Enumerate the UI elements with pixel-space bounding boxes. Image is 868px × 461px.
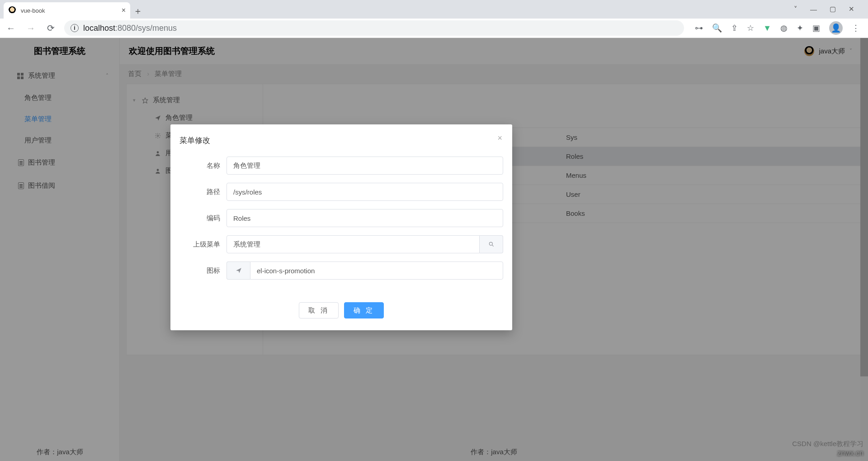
label-code: 编码 [179,214,226,223]
globe-icon[interactable]: ◍ [780,23,788,33]
sidepanel-icon[interactable]: ▣ [812,23,820,33]
form-row-name: 名称 [179,157,503,175]
confirm-button[interactable]: 确 定 [344,302,384,318]
label-parent: 上级菜单 [179,240,226,249]
svg-point-0 [489,242,492,245]
tab-bar: vue-book × ＋ ˅ — ▢ ✕ [0,0,868,19]
browser-chrome: vue-book × ＋ ˅ — ▢ ✕ ← → ⟳ i localhost:8… [0,0,868,38]
dialog-title: 菜单修改 [179,135,503,146]
icon-preview [226,261,250,280]
bookmark-icon[interactable]: ☆ [747,23,754,33]
window-close-icon[interactable]: ✕ [849,5,854,13]
url-path: /sys/menus [136,24,177,33]
search-icon [488,241,495,247]
cancel-button[interactable]: 取 消 [299,302,339,318]
input-code[interactable] [226,209,503,227]
profile-avatar-icon[interactable]: 👤 [829,21,843,35]
form-row-code: 编码 [179,209,503,227]
input-parent[interactable] [226,235,480,253]
favicon-icon [8,6,16,14]
form-row-path: 路径 [179,183,503,201]
label-path: 路径 [179,188,226,196]
window-maximize-icon[interactable]: ▢ [830,5,836,13]
url-host: localhost [83,24,115,33]
label-icon: 图标 [179,266,226,275]
address-bar: ← → ⟳ i localhost:8080/sys/menus ⊶ 🔍 ⇪ ☆… [0,19,868,38]
browser-tab[interactable]: vue-book × [4,2,130,19]
nav-reload-icon[interactable]: ⟳ [44,23,57,33]
key-icon[interactable]: ⊶ [695,23,703,33]
tab-title: vue-book [21,7,117,14]
url-port: :8080 [115,24,136,33]
share-icon[interactable]: ⇪ [731,23,738,33]
input-path[interactable] [226,183,503,201]
input-icon[interactable] [250,261,503,280]
toolbar-icons: ⊶ 🔍 ⇪ ☆ ▼ ◍ ✦ ▣ 👤 ⋮ [691,21,863,35]
input-name[interactable] [226,157,503,175]
parent-search-button[interactable] [480,235,503,253]
chrome-menu-icon[interactable]: ⋮ [852,23,860,33]
dialog-close-icon[interactable]: × [497,133,502,143]
app-root: 菜单修改 × 名称 路径 编码 上级菜单 图标 [0,38,868,461]
zoom-icon[interactable]: 🔍 [712,23,722,33]
form-row-icon: 图标 [179,261,503,280]
label-name: 名称 [179,162,226,170]
url-input[interactable]: i localhost:8080/sys/menus [64,20,684,36]
tab-dropdown-icon[interactable]: ˅ [794,5,797,13]
new-tab-button[interactable]: ＋ [130,3,146,19]
form-row-parent: 上级菜单 [179,235,503,253]
nav-back-icon[interactable]: ← [5,23,17,33]
menu-edit-dialog: 菜单修改 × 名称 路径 编码 上级菜单 图标 [170,124,512,330]
window-controls: ˅ — ▢ ✕ [794,0,868,18]
site-info-icon[interactable]: i [71,24,79,32]
window-minimize-icon[interactable]: — [810,5,817,13]
dialog-footer: 取 消 确 定 [179,302,503,318]
nav-forward-icon[interactable]: → [24,23,37,33]
extensions-icon[interactable]: ✦ [797,23,803,33]
promotion-icon [236,267,242,274]
svg-line-1 [492,245,493,246]
tab-close-icon[interactable]: × [122,6,126,14]
vue-devtools-icon[interactable]: ▼ [763,24,771,33]
